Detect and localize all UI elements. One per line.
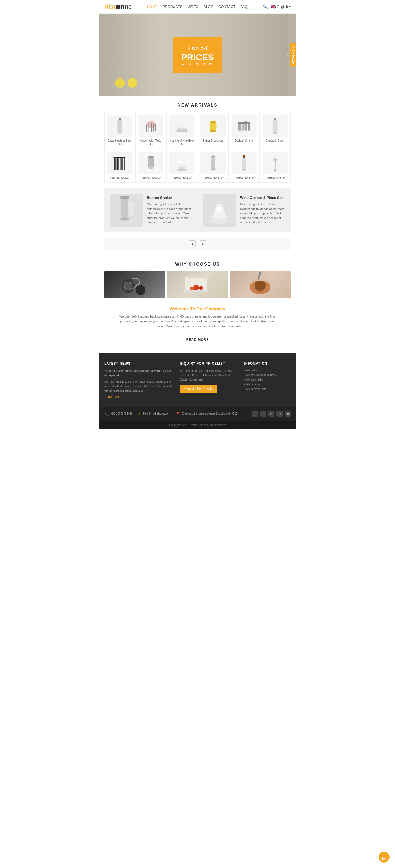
- svg-point-59: [212, 215, 227, 219]
- footer-social: f t in g+ ⊟: [252, 411, 291, 417]
- product-img-10: [200, 152, 225, 174]
- footer-contact: 📞 +86 18756489496 ✉ Neil@myfirehose.com …: [104, 411, 237, 416]
- product-name-1: Glass-Nesting-Bowl-Set: [107, 139, 133, 146]
- search-icon[interactable]: 🔍: [263, 4, 268, 9]
- featured-item-1[interactable]: Boston-Shaker Our main goal is to sell t…: [104, 188, 198, 232]
- email-icon: ✉: [138, 411, 142, 416]
- why-img-3: [230, 271, 291, 299]
- svg-point-62: [216, 206, 223, 209]
- svg-point-38: [177, 169, 187, 171]
- site-logo[interactable]: Rist◼rme: [104, 3, 132, 10]
- footer-link-orders[interactable]: My orders: [244, 369, 291, 372]
- svg-rect-16: [209, 123, 217, 129]
- product-card-1[interactable]: Glass-Nesting-Bowl-Set: [105, 112, 136, 149]
- header-right: 🔍 🇬🇧 English ▾: [263, 4, 291, 9]
- footer-email-address: Neil@myfirehose.com: [143, 412, 170, 415]
- footer-news-body: Our main goal is to sell the highest qua…: [104, 380, 174, 393]
- svg-rect-30: [121, 158, 122, 170]
- footer-link-personalinfo[interactable]: My personal info: [244, 388, 291, 391]
- product-img-4: [200, 115, 225, 137]
- footer-news-readmore[interactable]: read more: [104, 395, 174, 398]
- svg-rect-54: [129, 202, 134, 217]
- badge-line1: lowest: [181, 44, 214, 52]
- product-img-7: [107, 152, 133, 174]
- chevron-down-icon: ▾: [289, 5, 291, 9]
- featured-item-2[interactable]: Wine-Opener-3-Piece-Set Our main goal is…: [198, 188, 291, 232]
- product-card-9[interactable]: Cocktail-Shaker: [167, 149, 198, 183]
- svg-point-15: [211, 121, 215, 124]
- product-img-9: [169, 152, 195, 174]
- online-service-tab[interactable]: Online Service: [290, 43, 296, 66]
- svg-rect-2: [118, 120, 122, 132]
- product-name-3: Nesting Mixing Bowl Set: [169, 139, 195, 146]
- featured-desc-1: Our main goal is to sell the highest qua…: [147, 202, 192, 225]
- product-name-8: Cocktail-Shaker: [138, 176, 164, 180]
- svg-point-65: [124, 282, 132, 290]
- footer-copyright: Copyright © 2017 Your Company Name.Power: [99, 421, 296, 429]
- language-selector[interactable]: 🇬🇧 English ▾: [271, 4, 291, 9]
- svg-point-66: [136, 285, 145, 295]
- product-card-6[interactable]: Cupcake-Corer: [260, 112, 291, 149]
- inquiry-button[interactable]: ✉ Inquiry For Pricelist: [180, 385, 217, 393]
- footer-link-addresses[interactable]: My addresses: [244, 383, 291, 386]
- svg-rect-25: [114, 157, 115, 170]
- svg-point-49: [242, 169, 246, 171]
- lemon2-icon: [128, 78, 137, 88]
- why-title: WHY CHOOSE US: [104, 255, 291, 271]
- nav-faq[interactable]: FAQ: [240, 5, 248, 9]
- product-card-3[interactable]: Nesting Mixing Bowl Set: [167, 112, 198, 149]
- linkedin-icon[interactable]: in: [268, 411, 274, 417]
- svg-rect-6: [151, 123, 152, 131]
- svg-rect-48: [242, 158, 246, 169]
- svg-point-41: [179, 163, 185, 165]
- nav-products[interactable]: PRODUCTS: [163, 5, 183, 9]
- product-img-12: [262, 152, 288, 174]
- rss-icon[interactable]: ⊟: [285, 411, 291, 417]
- svg-point-60: [214, 212, 225, 215]
- nav-contact[interactable]: CONTACT: [218, 5, 235, 9]
- svg-rect-20: [248, 122, 250, 131]
- featured-prev-button[interactable]: ‹: [189, 240, 196, 247]
- nav-video[interactable]: VIDEO: [188, 5, 199, 9]
- footer-top: LATEST NEWS We offer 100% money-back gua…: [104, 362, 291, 407]
- googleplus-icon[interactable]: g+: [277, 411, 283, 417]
- product-card-4[interactable]: Batter-Dispenser: [198, 112, 228, 149]
- svg-rect-5: [149, 124, 149, 131]
- product-card-10[interactable]: Cocktail-Shaker: [198, 149, 228, 183]
- product-card-2[interactable]: Holder-With-Tools-Set: [136, 112, 167, 149]
- product-img-6: [262, 115, 288, 137]
- footer-link-creditslips[interactable]: My credit slips: [244, 378, 291, 381]
- product-card-12[interactable]: Cocktail-Shaker: [260, 149, 291, 183]
- svg-rect-17: [238, 123, 241, 131]
- footer-info-title: INFOMATION: [244, 362, 291, 366]
- why-text: Welcome To Our Company We offer 100% mon…: [104, 304, 291, 332]
- svg-point-12: [179, 125, 185, 127]
- footer-link-returns[interactable]: My merchandise returns: [244, 373, 291, 376]
- svg-rect-68: [187, 275, 206, 278]
- flag-icon: 🇬🇧: [271, 4, 276, 9]
- twitter-icon[interactable]: t: [260, 411, 266, 417]
- why-img-2: [167, 271, 228, 299]
- featured-img-2: [203, 194, 236, 226]
- facebook-icon[interactable]: f: [252, 411, 258, 417]
- hero-next-arrow[interactable]: ‹: [286, 52, 288, 58]
- product-card-5[interactable]: Cocktail-Shaker: [229, 112, 260, 149]
- svg-point-70: [193, 285, 199, 290]
- svg-rect-29: [120, 158, 120, 170]
- why-description: We offer 100% money-back guarantee withi…: [115, 314, 280, 329]
- featured-info-1: Boston-Shaker Our main goal is to sell t…: [147, 196, 192, 225]
- svg-rect-32: [124, 158, 124, 170]
- svg-rect-31: [122, 158, 123, 170]
- nav-home[interactable]: HOME: [147, 5, 158, 9]
- product-name-9: Cocktail-Shaker: [169, 176, 195, 180]
- nav-blog[interactable]: BLOG: [203, 5, 214, 9]
- footer-bottom-bar: 📞 +86 18756489496 ✉ Neil@myfirehose.com …: [99, 407, 296, 421]
- product-card-7[interactable]: Cocktail-Shaker: [105, 149, 136, 183]
- featured-next-button[interactable]: ›: [200, 240, 206, 247]
- svg-point-57: [129, 216, 135, 219]
- svg-point-52: [274, 169, 277, 171]
- read-more-button[interactable]: READ MORE: [181, 336, 214, 344]
- product-card-11[interactable]: Cocktail-Shaker: [229, 149, 260, 183]
- product-card-8[interactable]: Cocktail-Shaker: [136, 149, 167, 183]
- site-footer: LATEST NEWS We offer 100% money-back gua…: [99, 353, 296, 429]
